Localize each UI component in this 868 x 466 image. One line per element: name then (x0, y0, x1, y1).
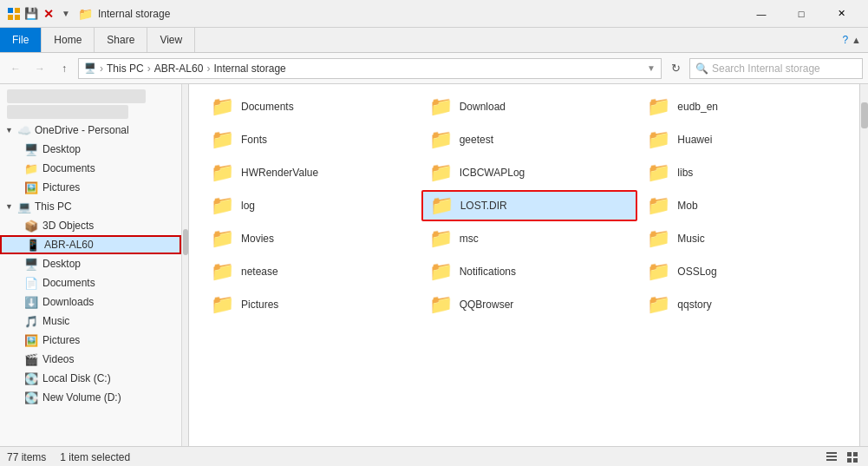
minimize-button[interactable]: — (741, 0, 781, 28)
forward-button[interactable]: → (29, 58, 50, 79)
disk-d-icon: 💽 (24, 391, 38, 404)
sidebar-item-downloads[interactable]: ⬇️ Downloads (0, 292, 181, 312)
music-icon: 🎵 (24, 315, 38, 328)
folder-icon-qqstory: 📁 (647, 295, 670, 314)
folder-name-download: Download (460, 101, 506, 113)
sidebar-item-3d-objects[interactable]: 📦 3D Objects (0, 216, 181, 235)
ribbon-help-icon[interactable]: ? (842, 34, 848, 46)
folder-item-pictures[interactable]: 📁 Pictures (203, 289, 420, 320)
path-device[interactable]: ABR-AL60 (154, 62, 204, 75)
sidebar-thispc-header[interactable]: ▼ 💻 This PC (0, 197, 181, 216)
tab-view[interactable]: View (147, 28, 195, 52)
tab-share[interactable]: Share (95, 28, 147, 52)
dropdown-arrow-icon[interactable]: ▼ (59, 7, 73, 21)
folder-name-mob: Mob (677, 200, 697, 212)
folder-item-download[interactable]: 📁 Download (421, 91, 638, 122)
up-button[interactable]: ↑ (54, 58, 75, 79)
sidebar-item-abr-al60[interactable]: 📱 ABR-AL60 (0, 235, 181, 254)
folder-grid: 📁 Documents 📁 Download 📁 eudb_en 📁 Fonts (203, 91, 856, 320)
folder-item-qqbrowser[interactable]: 📁 QQBrowser (421, 289, 638, 320)
sidebar-onedrive-header[interactable]: ▼ ☁️ OneDrive - Personal (0, 121, 181, 140)
sidebar-item-new-volume-d[interactable]: 💽 New Volume (D:) (0, 388, 181, 407)
expand-arrow-thispc-icon: ▼ (5, 202, 14, 211)
sidebar-item-desktop-pc[interactable]: 🖥️ Desktop (0, 254, 181, 273)
folder-icon-msc: 📁 (429, 229, 453, 248)
folder-icon-mob: 📁 (647, 196, 670, 215)
sidebar-desktop-label: Desktop (42, 143, 81, 155)
folder-item-notifications[interactable]: 📁 Notifications (421, 256, 638, 287)
pictures-icon: 🖼️ (24, 181, 38, 194)
sidebar-videos-label: Videos (42, 353, 74, 365)
search-placeholder: Search Internal storage (712, 62, 857, 75)
path-this-pc[interactable]: This PC (107, 62, 144, 75)
sidebar-item-pictures-pc[interactable]: 🖼️ Pictures (0, 331, 181, 350)
title-bar: 💾 ✕ ▼ 📁 Internal storage — □ ✕ (0, 0, 868, 28)
folder-item-icbcwaplog[interactable]: 📁 ICBCWAPLog (421, 157, 638, 188)
address-path[interactable]: 🖥️ › This PC › ABR-AL60 › Internal stora… (78, 58, 662, 79)
folder-name-eudb-en: eudb_en (677, 101, 718, 113)
folder-item-log[interactable]: 📁 log (203, 190, 420, 221)
maximize-button[interactable]: □ (781, 0, 821, 28)
desktop-icon: 🖥️ (24, 143, 38, 156)
tab-file[interactable]: File (0, 28, 42, 52)
details-view-button[interactable] (823, 449, 840, 466)
main-area: ▼ ☁️ OneDrive - Personal 🖥️ Desktop 📁 Do… (0, 84, 868, 446)
large-icons-view-button[interactable] (844, 449, 861, 466)
documents-icon: 📁 (24, 162, 38, 175)
svg-rect-1 (15, 8, 20, 13)
folder-item-fonts[interactable]: 📁 Fonts (203, 124, 420, 155)
folder-item-hwrendervalue[interactable]: 📁 HWRenderValue (203, 157, 420, 188)
sidebar-item-documents-od[interactable]: 📁 Documents (0, 159, 181, 178)
folder-item-eudb-en[interactable]: 📁 eudb_en (639, 91, 856, 122)
sidebar-scrollbar[interactable] (182, 84, 189, 446)
folder-item-music[interactable]: 📁 Music (639, 223, 856, 254)
search-box[interactable]: 🔍 Search Internal storage (689, 58, 863, 79)
sidebar-item-pictures-od[interactable]: 🖼️ Pictures (0, 178, 181, 197)
folder-icon-fonts: 📁 (211, 130, 234, 149)
folder-icon-geetest: 📁 (429, 130, 453, 149)
folder-name-qqstory: qqstory (677, 299, 711, 311)
folder-item-libs[interactable]: 📁 libs (639, 157, 856, 188)
folder-name-hwrendervalue: HWRenderValue (241, 167, 318, 179)
folder-item-mob[interactable]: 📁 Mob (639, 190, 856, 221)
close-button[interactable]: ✕ (821, 0, 861, 28)
tab-home[interactable]: Home (42, 28, 95, 52)
status-selected: 1 item selected (60, 451, 130, 463)
folder-name-movies: Movies (241, 233, 274, 245)
disk-c-icon: 💽 (24, 372, 38, 385)
folder-icon-eudb-en: 📁 (647, 97, 670, 116)
sidebar-scrollbar-thumb[interactable] (183, 229, 188, 255)
folder-item-netease[interactable]: 📁 netease (203, 256, 420, 287)
folder-item-osslog[interactable]: 📁 OSSLog (639, 256, 856, 287)
delete-icon[interactable]: ✕ (42, 7, 55, 21)
folder-icon-qqbrowser: 📁 (429, 295, 453, 314)
folder-item-msc[interactable]: 📁 msc (421, 223, 638, 254)
folder-item-qqstory[interactable]: 📁 qqstory (639, 289, 856, 320)
back-button[interactable]: ← (5, 58, 26, 79)
sidebar-item-videos[interactable]: 🎬 Videos (0, 350, 181, 369)
svg-rect-3 (15, 15, 20, 20)
folder-item-geetest[interactable]: 📁 geetest (421, 124, 638, 155)
content-wrapper: 📁 Documents 📁 Download 📁 eudb_en 📁 Fonts (189, 84, 868, 446)
content-scrollbar[interactable] (859, 84, 868, 446)
expand-arrow-icon: ▼ (5, 126, 14, 135)
refresh-button[interactable]: ↻ (665, 58, 686, 79)
folder-item-lost-dir[interactable]: 📁 LOST.DIR (421, 190, 638, 221)
sidebar-item-documents-pc[interactable]: 📄 Documents (0, 273, 181, 292)
path-dropdown-icon[interactable]: ▼ (647, 63, 656, 73)
sidebar-item-local-disk-c[interactable]: 💽 Local Disk (C:) (0, 369, 181, 388)
folder-item-documents[interactable]: 📁 Documents (203, 91, 420, 122)
window-title: Internal storage (98, 8, 170, 20)
save-icon[interactable]: 💾 (24, 7, 38, 21)
sidebar-item-desktop-od[interactable]: 🖥️ Desktop (0, 140, 181, 159)
desktop-pc-icon: 🖥️ (24, 258, 38, 271)
folder-item-huawei[interactable]: 📁 Huawei (639, 124, 856, 155)
ribbon-expand-icon[interactable]: ▲ (852, 35, 861, 45)
sidebar-item-music[interactable]: 🎵 Music (0, 312, 181, 331)
sidebar-3dobjects-label: 3D Objects (42, 220, 94, 232)
path-storage[interactable]: Internal storage (213, 62, 285, 75)
folder-item-movies[interactable]: 📁 Movies (203, 223, 420, 254)
content-scrollbar-thumb[interactable] (861, 102, 868, 128)
blurred-item-2 (7, 105, 128, 119)
documents-pc-icon: 📄 (24, 277, 38, 290)
